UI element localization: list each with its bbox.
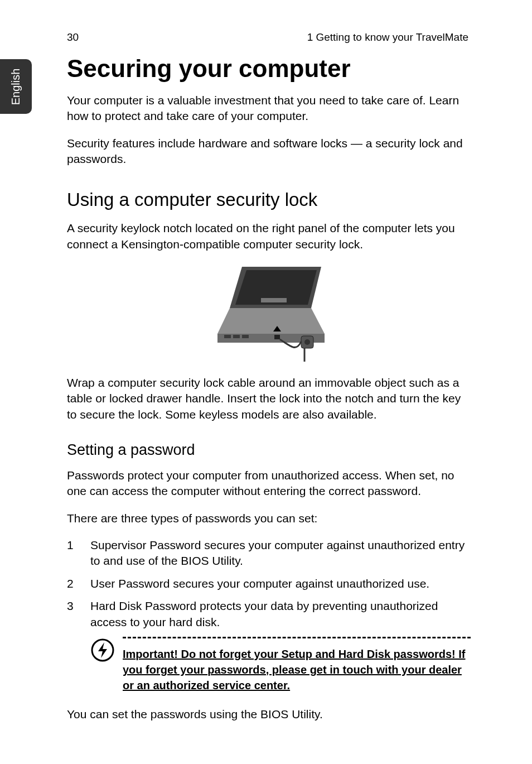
svg-rect-6 [233, 335, 240, 338]
lightning-circle-icon [90, 638, 115, 662]
subsection-heading-password: Setting a password [67, 441, 471, 459]
language-tab: English [0, 59, 32, 114]
intro-paragraph-1: Your computer is a valuable investment t… [67, 93, 471, 124]
list-item: User Password secures your computer agai… [67, 576, 471, 592]
security-lock-paragraph-2: Wrap a computer security lock cable arou… [67, 375, 471, 422]
page-number: 30 [67, 31, 79, 44]
laptop-lock-illustration [207, 263, 330, 363]
list-item: Hard Disk Password protects your data by… [67, 598, 471, 630]
note-body: Important! Do not forget your Setup and … [123, 637, 471, 693]
important-note: Important! Do not forget your Setup and … [67, 637, 471, 693]
svg-marker-3 [217, 308, 325, 334]
section-heading-security-lock: Using a computer security lock [67, 189, 471, 210]
page-header: 30 1 Getting to know your TravelMate [67, 31, 468, 44]
figure-container [67, 263, 471, 363]
dashed-separator [123, 637, 471, 638]
security-lock-paragraph-1: A security keylock notch located on the … [67, 220, 471, 252]
password-paragraph-2: There are three types of passwords you c… [67, 511, 471, 526]
page-content: Securing your computer Your computer is … [67, 55, 471, 733]
language-tab-label: English [9, 68, 22, 105]
svg-rect-7 [242, 335, 249, 338]
svg-rect-2 [261, 298, 287, 302]
important-note-text: Important! Do not forget your Setup and … [123, 646, 471, 693]
intro-paragraph-2: Security features include hardware and s… [67, 136, 471, 167]
running-head: 1 Getting to know your TravelMate [307, 31, 468, 44]
password-paragraph-1: Passwords protect your computer from una… [67, 468, 471, 499]
page-title: Securing your computer [67, 55, 471, 83]
svg-point-10 [304, 339, 310, 345]
password-types-list: Supervisor Password secures your compute… [67, 537, 471, 630]
svg-rect-5 [224, 335, 231, 338]
list-item: Supervisor Password secures your compute… [67, 537, 471, 569]
svg-rect-8 [274, 335, 280, 339]
closing-paragraph: You can set the passwords using the BIOS… [67, 707, 471, 722]
